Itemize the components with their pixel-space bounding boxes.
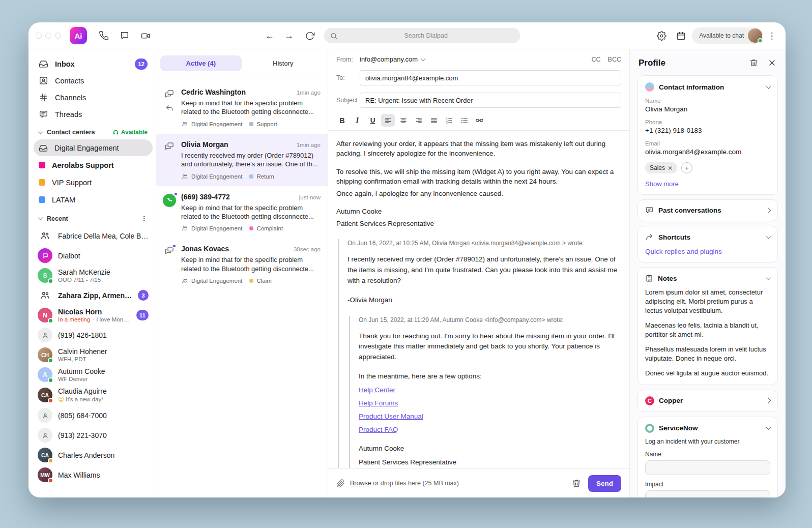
subject-input[interactable] <box>360 93 621 108</box>
conversation-preview: Keep in mind that for the specific probl… <box>181 203 321 221</box>
link-button[interactable] <box>473 114 486 127</box>
phone-icon[interactable] <box>96 27 112 44</box>
contact-centers-header[interactable]: Contact centers Available <box>34 123 153 139</box>
recent-contact-autumn-cooke[interactable]: A Autumn Cooke WF Denver <box>34 365 153 385</box>
send-button[interactable]: Send <box>588 475 621 492</box>
conversation-cedric-washington[interactable]: Cedric Washington 1min ago Keep in mind … <box>156 81 328 134</box>
align-left-button[interactable] <box>381 114 395 127</box>
calendar-icon[interactable] <box>673 27 689 44</box>
forward-arrow-icon[interactable]: → <box>282 29 296 42</box>
recent-contact-nicolas-horn[interactable]: N Nicolas Horn In a meeting·I love Monda… <box>34 305 153 325</box>
recent-contact-zahara-group[interactable]: Zahara Zipp, Armen Ba... 3 <box>34 285 153 305</box>
dialpad-logo[interactable]: Ai <box>70 27 87 44</box>
conversation-tag: Claim <box>256 278 271 284</box>
gear-icon[interactable] <box>653 27 670 44</box>
recent-contact-calvin-hohener[interactable]: CH Calvin Hohener WFH, PDT <box>34 345 153 365</box>
align-justify-button[interactable] <box>427 114 441 127</box>
availability-status-pill[interactable]: Available to chat <box>692 27 763 44</box>
remove-tag-icon[interactable] <box>668 166 673 170</box>
shortcuts-header[interactable]: Shortcuts <box>645 233 770 242</box>
conversation-preview: I recently received my order (Order #789… <box>181 151 321 169</box>
sidebar-item-inbox[interactable]: Inbox 12 <box>34 55 153 72</box>
past-conversations-card[interactable]: Past conversations <box>637 199 778 221</box>
tab-history[interactable]: History <box>243 55 324 71</box>
quote-signoff: -Olivia Morgan <box>347 295 618 306</box>
quote-signature-title: Patient Services Representative <box>359 457 618 468</box>
close-profile-button[interactable] <box>767 58 777 68</box>
quick-replies-link[interactable]: Quick replies and plugins <box>645 248 722 255</box>
search-bar[interactable] <box>324 28 520 43</box>
incident-name-input[interactable] <box>645 460 770 475</box>
recent-contact-charles-anderson[interactable]: CA Charles Anderson <box>34 445 153 465</box>
recent-contact-max-williams[interactable]: MW Max Williams <box>34 465 153 485</box>
delete-contact-button[interactable] <box>748 57 759 68</box>
avatar: A <box>38 367 52 382</box>
product-faq-link[interactable]: Product FAQ <box>359 425 398 435</box>
recent-contact-phone-919[interactable]: (919) 426-1801 <box>34 325 153 345</box>
search-input[interactable] <box>338 32 514 39</box>
show-more-link[interactable]: Show more <box>645 180 679 188</box>
from-selector[interactable]: info@company.com <box>360 55 425 63</box>
incident-impact-textarea[interactable] <box>645 490 770 498</box>
sales-tag-chip[interactable]: Sales <box>645 162 677 173</box>
cc-button[interactable]: CC <box>592 56 601 63</box>
contact-center-vip-support[interactable]: VIP Support <box>34 174 153 191</box>
contact-center-aerolabs-support[interactable]: Aerolabs Support <box>34 157 153 173</box>
contact-center-latam[interactable]: LATAM <box>34 191 153 208</box>
conversation-jonas-kovacs[interactable]: Jonas Kovacs 30sec ago Keep in mind that… <box>156 238 328 290</box>
help-forums-link[interactable]: Help Forums <box>359 399 398 408</box>
bold-button[interactable]: B <box>335 114 349 127</box>
window-controls[interactable] <box>36 33 61 39</box>
email-paragraph: To resolve this, we will ship the missin… <box>336 167 618 187</box>
conversation-preview: Keep in mind that for the specific probl… <box>181 99 321 116</box>
recent-contact-phone-913[interactable]: (913) 221-3070 <box>34 425 153 445</box>
contact-name: (919) 426-1801 <box>58 331 149 339</box>
contact-center-digital-engagement[interactable]: Digital Engagement <box>34 139 153 156</box>
paperclip-icon <box>336 479 345 488</box>
browse-link[interactable]: Browse <box>350 480 371 487</box>
to-input[interactable] <box>360 70 621 85</box>
ordered-list-button[interactable]: 123 <box>442 114 456 127</box>
recent-more-icon[interactable]: ⋮ <box>141 215 148 222</box>
contact-information-header[interactable]: Contact information <box>645 82 770 92</box>
more-options-icon[interactable]: ⋮ <box>766 31 777 41</box>
window-maximize-dot[interactable] <box>55 33 61 39</box>
unread-badge: 3 <box>138 290 149 301</box>
sidebar-item-contacts[interactable]: Contacts <box>34 72 153 89</box>
recent-contact-sarah-mckenzie[interactable]: S Sarah McKenzie OOO 7/11 - 7/15 <box>34 266 153 285</box>
contact-name: Charles Anderson <box>58 451 149 459</box>
bcc-button[interactable]: BCC <box>608 56 621 63</box>
window-minimize-dot[interactable] <box>45 33 51 39</box>
back-arrow-icon[interactable]: ← <box>263 29 276 42</box>
help-center-link[interactable]: Help Center <box>359 386 395 395</box>
video-icon[interactable] <box>137 27 154 44</box>
recent-header[interactable]: Recent ⋮ <box>34 209 153 226</box>
servicenow-header[interactable]: ServiceNow <box>645 424 770 433</box>
window-close-dot[interactable] <box>36 33 42 39</box>
italic-button[interactable]: I <box>351 114 364 127</box>
recent-contact-fabrice-group[interactable]: Fabrice Della Mea, Cole Bo... <box>34 226 153 246</box>
add-tag-button[interactable]: + <box>681 162 692 173</box>
copper-card[interactable]: C Copper <box>637 390 778 412</box>
refresh-icon[interactable] <box>302 27 318 44</box>
underline-button[interactable]: U <box>366 114 380 127</box>
recent-contact-claudia-aguirre[interactable]: CA Claudia Aguirre 😉 It's a new day! <box>34 385 153 405</box>
align-center-button[interactable] <box>396 114 410 127</box>
sidebar-item-channels[interactable]: Channels <box>34 89 153 106</box>
tab-active[interactable]: Active (4) <box>160 55 242 71</box>
email-body[interactable]: After reviewing your order, it appears t… <box>328 131 629 468</box>
align-right-button[interactable] <box>412 114 425 127</box>
shortcuts-card: Shortcuts Quick replies and plugins <box>637 226 778 262</box>
conversation-phone-669[interactable]: (669) 389-4772 just now Keep in mind tha… <box>156 186 328 239</box>
recent-contact-phone-805[interactable]: (805) 684-7000 <box>34 405 153 425</box>
sidebar-item-threads[interactable]: Threads <box>34 106 153 123</box>
chat-icon[interactable] <box>117 27 133 44</box>
discard-draft-button[interactable] <box>570 477 583 490</box>
status-dot-red <box>48 478 53 483</box>
conversation-olivia-morgan[interactable]: Olivia Morgan 1min ago I recently receiv… <box>156 134 328 186</box>
align-left-icon <box>384 116 392 125</box>
notes-header[interactable]: Notes <box>645 274 770 282</box>
product-user-manual-link[interactable]: Product User Manual <box>359 412 423 422</box>
bullet-list-button[interactable] <box>457 114 471 127</box>
recent-contact-dialbot[interactable]: Dialbot <box>34 246 153 266</box>
